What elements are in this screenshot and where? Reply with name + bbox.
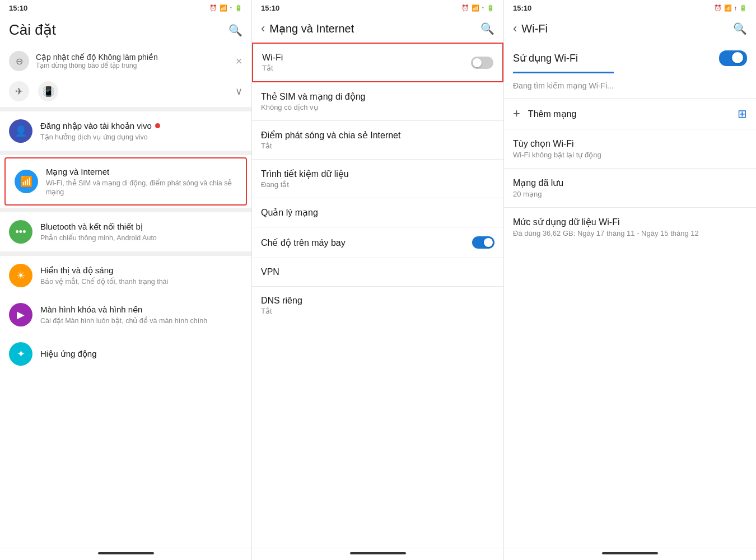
wifi-header-title: Wi-Fi	[521, 22, 548, 35]
settings-content: ⊖ Cập nhật chế độ Không làm phiền Tạm dừ…	[0, 45, 251, 548]
settings-search-button[interactable]: 🔍	[228, 24, 242, 37]
wifi-menu-item[interactable]: Wi-Fi Tắt	[252, 43, 503, 82]
account-icon: 👤	[9, 119, 32, 143]
wifi-toggle-switch[interactable]	[471, 57, 493, 69]
network-icon: 📶	[220, 4, 227, 12]
network-content: Wi-Fi Tắt Thẻ SIM và mạng di động Không …	[252, 43, 503, 548]
vpn-menu-text: VPN	[261, 267, 494, 277]
alarm-icon-3: ⏰	[714, 4, 722, 12]
use-wifi-label: Sử dụng Wi-Fi	[513, 52, 578, 64]
lock-icon: ▶	[17, 309, 25, 321]
arrow-icon: ↑	[230, 4, 233, 11]
bluetooth-icon-circle: •••	[9, 220, 32, 244]
netmgr-menu-item[interactable]: Quản lý mạng	[252, 198, 503, 227]
network-header-title: Mạng và Internet	[269, 22, 354, 35]
wifi-options-item[interactable]: Tùy chọn Wi-Fi Wi-Fi không bật lại tự độ…	[504, 129, 756, 168]
wifi-back-button[interactable]: ‹ Wi-Fi	[513, 21, 548, 36]
network-search-button[interactable]: 🔍	[480, 22, 494, 35]
bluetooth-icon: •••	[16, 226, 26, 238]
status-bar-3: 15:10 ⏰ 📶 ↑ 🔋	[504, 0, 756, 16]
dns-menu-sub: Tắt	[261, 307, 494, 315]
notif-text: Cập nhật chế độ Không làm phiền Tạm dừng…	[36, 53, 228, 69]
back-arrow-3: ‹	[513, 21, 517, 36]
bluetooth-title: Bluetooth và kết nối thiết bị	[40, 221, 242, 232]
airplane-menu-item[interactable]: Chế độ trên máy bay	[252, 227, 503, 258]
wifi-searching-text: Đang tìm kiếm mạng Wi-Fi...	[504, 73, 756, 98]
account-item[interactable]: 👤 Đăng nhập vào tài khoản vivo Tận hưởng…	[0, 111, 251, 151]
airplane-toggle-switch[interactable]	[472, 236, 494, 249]
airplane-toggle[interactable]: ✈	[9, 81, 29, 101]
status-icons-1: ⏰ 📶 ↑ 🔋	[209, 4, 243, 12]
use-wifi-toggle[interactable]	[719, 50, 747, 66]
battery-icon-3: 🔋	[739, 4, 747, 12]
bluetooth-item[interactable]: ••• Bluetooth và kết nối thiết bị Phản c…	[0, 212, 251, 251]
wifi-search-button[interactable]: 🔍	[733, 22, 747, 35]
settings-title: Cài đặt	[9, 21, 56, 39]
divider-thick-2	[0, 151, 251, 155]
person-icon: 👤	[15, 125, 27, 137]
display-title: Hiển thị và độ sáng	[40, 265, 242, 276]
sim-menu-item[interactable]: Thẻ SIM và mạng di động Không có dịch vụ	[252, 82, 503, 120]
display-item[interactable]: ☀ Hiển thị và độ sáng Bảo vệ mắt, Chế độ…	[0, 256, 251, 295]
wifi-header: ‹ Wi-Fi 🔍	[504, 16, 756, 43]
hotspot-menu-sub: Tắt	[261, 142, 494, 150]
network-icon-2: 📶	[472, 4, 479, 12]
home-indicator-2	[350, 552, 406, 554]
status-icons-3: ⏰ 📶 ↑ 🔋	[714, 4, 748, 12]
arrow-icon-2: ↑	[482, 4, 485, 11]
notif-close-button[interactable]: ✕	[235, 56, 242, 67]
alarm-icon: ⏰	[209, 4, 217, 12]
account-item-text: Đăng nhập vào tài khoản vivo Tận hưởng d…	[40, 120, 242, 142]
notif-title: Cập nhật chế độ Không làm phiền	[36, 53, 228, 62]
bottom-bar-1	[0, 548, 251, 560]
datasaver-menu-sub: Đang tắt	[261, 180, 494, 189]
add-network-row[interactable]: + Thêm mạng ⊞	[504, 99, 756, 129]
data-usage-sub: Đã dùng 36,62 GB: Ngày 17 tháng 11 - Ngà…	[513, 229, 747, 237]
divider-thick-4	[0, 251, 251, 256]
bluetooth-item-text: Bluetooth và kết nối thiết bị Phản chiếu…	[40, 221, 242, 242]
airplane-menu-title: Chế độ trên máy bay	[261, 237, 472, 248]
lockscreen-item-text: Màn hình khóa và hình nền Cài đặt Màn hì…	[40, 304, 242, 325]
lockscreen-subtitle: Cài đặt Màn hình luôn bật, chủ đề và màn…	[40, 316, 242, 325]
network-item[interactable]: 📶 Mạng và Internet Wi-Fi, thẻ SIM và mạn…	[4, 157, 247, 206]
alarm-icon-2: ⏰	[461, 4, 469, 12]
time-3: 15:10	[513, 4, 531, 12]
display-item-text: Hiển thị và độ sáng Bảo vệ mắt, Chế độ t…	[40, 265, 242, 286]
netmgr-menu-title: Quản lý mạng	[261, 207, 494, 218]
netmgr-menu-text: Quản lý mạng	[261, 207, 494, 218]
data-usage-item[interactable]: Mức sử dụng dữ liệu Wi-Fi Đã dùng 36,62 …	[504, 208, 756, 246]
animation-item[interactable]: ✦ Hiệu ứng động	[0, 334, 251, 374]
dns-menu-item[interactable]: DNS riêng Tắt	[252, 287, 503, 324]
lockscreen-item[interactable]: ▶ Màn hình khóa và hình nền Cài đặt Màn …	[0, 295, 251, 334]
display-subtitle: Bảo vệ mắt, Chế độ tối, thanh trạng thái	[40, 277, 242, 286]
animation-icon-circle: ✦	[9, 342, 32, 366]
vpn-menu-item[interactable]: VPN	[252, 258, 503, 286]
notification-banner: ⊖ Cập nhật chế độ Không làm phiền Tạm dừ…	[0, 45, 251, 77]
dns-menu-text: DNS riêng Tắt	[261, 296, 494, 315]
account-title: Đăng nhập vào tài khoản vivo	[40, 120, 152, 132]
bottom-bar-3	[504, 548, 756, 560]
animation-icon: ✦	[17, 348, 25, 360]
datasaver-menu-text: Trình tiết kiệm dữ liệu Đang tắt	[261, 169, 494, 189]
lockscreen-title: Màn hình khóa và hình nền	[40, 304, 242, 315]
qr-icon[interactable]: ⊞	[738, 107, 747, 120]
wifi-menu-sub: Tắt	[262, 64, 471, 72]
account-subtitle: Tận hưởng dịch vụ ứng dụng vivo	[40, 133, 242, 142]
time-1: 15:10	[9, 4, 27, 12]
hotspot-menu-text: Điểm phát sóng và chia sẻ Internet Tắt	[261, 130, 494, 150]
network-back-button[interactable]: ‹ Mạng và Internet	[261, 21, 354, 36]
saved-networks-title: Mạng đã lưu	[513, 178, 747, 188]
data-usage-title: Mức sử dụng dữ liệu Wi-Fi	[513, 217, 747, 227]
chevron-down-icon[interactable]: ∨	[235, 85, 242, 97]
sim-menu-text: Thẻ SIM và mạng di động Không có dịch vụ	[261, 91, 494, 111]
hotspot-menu-item[interactable]: Điểm phát sóng và chia sẻ Internet Tắt	[252, 121, 503, 159]
status-bar-1: 15:10 ⏰ 📶 ↑ 🔋	[0, 0, 251, 16]
saved-networks-item[interactable]: Mạng đã lưu 20 mạng	[504, 169, 756, 207]
vibrate-toggle[interactable]: 📳	[38, 81, 58, 101]
sim-menu-title: Thẻ SIM và mạng di động	[261, 91, 494, 102]
battery-icon: 🔋	[235, 4, 242, 12]
network-item-text: Mạng và Internet Wi-Fi, thẻ SIM và mạng …	[46, 166, 237, 197]
airplane-icon: ✈	[15, 86, 23, 97]
datasaver-menu-item[interactable]: Trình tiết kiệm dữ liệu Đang tắt	[252, 160, 503, 198]
back-arrow-2: ‹	[261, 21, 265, 36]
